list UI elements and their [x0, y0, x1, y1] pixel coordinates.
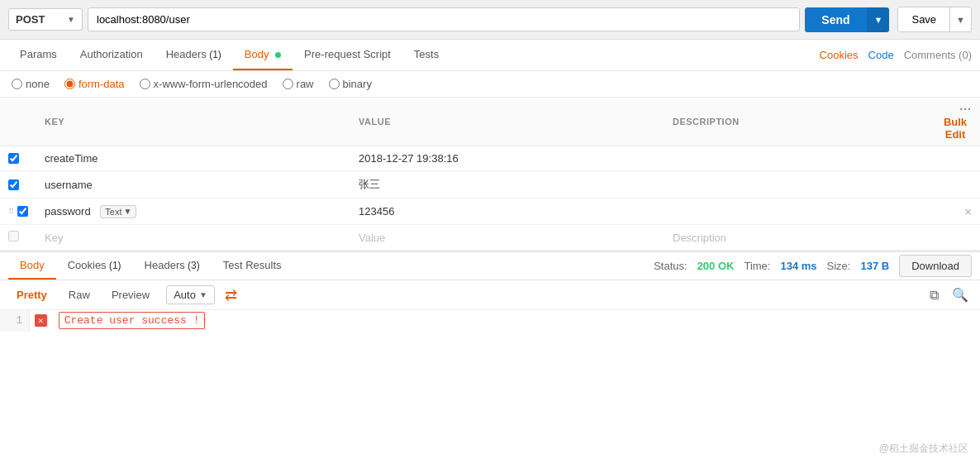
- tab-authorization[interactable]: Authorization: [69, 40, 155, 70]
- resp-tab-body[interactable]: Body: [8, 252, 56, 280]
- row-value[interactable]: 123456: [350, 199, 664, 225]
- row-value[interactable]: 张三: [350, 171, 664, 199]
- more-options-icon[interactable]: ···: [959, 103, 972, 116]
- response-section: Body Cookies (1) Headers (3) Test Result…: [0, 251, 980, 464]
- format-select[interactable]: Auto ▼: [166, 285, 215, 304]
- tab-pre-request-script[interactable]: Pre-request Script: [293, 40, 402, 70]
- send-button[interactable]: Send: [805, 7, 866, 32]
- watermark: @稻土掘金技术社区: [879, 442, 968, 456]
- row-key[interactable]: password Text ▼: [36, 199, 350, 225]
- body-type-raw[interactable]: raw: [283, 78, 314, 90]
- col-key-header: KEY: [36, 98, 350, 146]
- line-error-icon: ✕: [35, 314, 47, 327]
- method-label: POST: [16, 13, 45, 26]
- resp-view-preview[interactable]: Preview: [103, 285, 158, 304]
- body-active-dot: [275, 52, 281, 58]
- row-checkbox[interactable]: [8, 153, 19, 164]
- placeholder-checkbox: [8, 231, 19, 242]
- wrap-lines-icon[interactable]: ⇄: [225, 286, 237, 304]
- row-checkbox[interactable]: [8, 179, 19, 190]
- status-value: 200 OK: [697, 260, 735, 272]
- code-area-wrapper: 1 ✕ Create user success ! @稻土掘金技术社区: [0, 310, 980, 464]
- type-chevron-icon: ▼: [123, 207, 131, 216]
- col-action-header: ··· Bulk Edit: [930, 98, 980, 146]
- line-number: 1: [0, 310, 30, 332]
- method-select[interactable]: POST ▼: [8, 8, 83, 31]
- col-check-header: [0, 98, 36, 146]
- row-description[interactable]: [664, 146, 930, 171]
- placeholder-description[interactable]: Description: [664, 225, 930, 251]
- tab-headers[interactable]: Headers (1): [155, 40, 233, 70]
- comments-link[interactable]: Comments (0): [904, 49, 972, 61]
- resp-view-raw[interactable]: Raw: [60, 285, 98, 304]
- resp-tab-test-results[interactable]: Test Results: [212, 252, 293, 280]
- time-value: 134 ms: [780, 260, 816, 272]
- request-tabs: Params Authorization Headers (1) Body Pr…: [0, 40, 980, 71]
- tab-params[interactable]: Params: [8, 40, 69, 70]
- response-body-toolbar: Pretty Raw Preview Auto ▼ ⇄ ⧉ 🔍: [0, 280, 980, 310]
- size-label: Size:: [827, 260, 851, 272]
- row-checkbox[interactable]: [17, 206, 28, 217]
- send-button-group: Send ▼: [805, 7, 889, 32]
- save-dropdown-button[interactable]: ▼: [949, 7, 971, 31]
- row-close-icon[interactable]: ×: [964, 204, 972, 218]
- url-input[interactable]: [88, 7, 800, 31]
- col-desc-header: DESCRIPTION: [664, 98, 930, 146]
- response-tabs-bar: Body Cookies (1) Headers (3) Test Result…: [0, 251, 980, 280]
- placeholder-value[interactable]: Value: [350, 225, 664, 251]
- req-tab-right: Cookies Code Comments (0): [820, 49, 972, 61]
- save-button[interactable]: Save: [898, 7, 949, 31]
- auto-chevron-icon: ▼: [199, 290, 207, 299]
- time-label: Time:: [744, 260, 770, 272]
- request-section: Params Authorization Headers (1) Body Pr…: [0, 40, 980, 251]
- body-type-urlencoded[interactable]: x-www-form-urlencoded: [140, 78, 268, 90]
- response-text: Create user success !: [59, 312, 206, 329]
- row-key[interactable]: createTime: [36, 146, 350, 171]
- table-placeholder-row: Key Value Description: [0, 225, 980, 251]
- tab-body[interactable]: Body: [233, 40, 293, 70]
- placeholder-key[interactable]: Key: [36, 225, 350, 251]
- code-area: 1 ✕ Create user success !: [0, 310, 980, 426]
- status-label: Status:: [654, 260, 687, 272]
- size-value: 137 B: [860, 260, 889, 272]
- params-table: KEY VALUE DESCRIPTION ··· Bulk Edit: [0, 98, 980, 251]
- table-row: username 张三: [0, 171, 980, 199]
- type-badge[interactable]: Text ▼: [100, 205, 136, 218]
- code-line: 1 ✕ Create user success !: [0, 310, 980, 332]
- top-bar: POST ▼ Send ▼ Save ▼: [0, 0, 980, 40]
- response-status: Status: 200 OK Time: 134 ms Size: 137 B …: [654, 255, 972, 277]
- tab-tests[interactable]: Tests: [402, 40, 450, 70]
- resp-tab-cookies[interactable]: Cookies (1): [56, 252, 133, 280]
- send-dropdown-button[interactable]: ▼: [867, 7, 890, 32]
- body-type-form-data[interactable]: form-data: [64, 78, 125, 90]
- search-icon[interactable]: 🔍: [949, 285, 972, 304]
- table-row: createTime 2018-12-27 19:38:16: [0, 146, 980, 171]
- line-content: Create user success !: [52, 310, 212, 331]
- row-key[interactable]: username: [36, 171, 350, 199]
- resp-view-pretty[interactable]: Pretty: [8, 285, 55, 304]
- body-type-binary[interactable]: binary: [329, 78, 372, 90]
- drag-handle-icon[interactable]: ⠿: [8, 207, 14, 216]
- copy-icon[interactable]: ⧉: [926, 286, 942, 304]
- resp-action-icons: ⧉ 🔍: [926, 285, 972, 304]
- table-row: ⠿ password Text ▼ 123456: [0, 199, 980, 225]
- body-type-bar: none form-data x-www-form-urlencoded raw…: [0, 71, 980, 98]
- app-container: POST ▼ Send ▼ Save ▼ Params Authorizatio…: [0, 0, 980, 464]
- download-button[interactable]: Download: [899, 255, 972, 277]
- cookies-link[interactable]: Cookies: [820, 49, 859, 61]
- row-value[interactable]: 2018-12-27 19:38:16: [350, 146, 664, 171]
- resp-tab-headers[interactable]: Headers (3): [133, 252, 212, 280]
- save-button-group: Save ▼: [897, 7, 972, 32]
- col-value-header: VALUE: [350, 98, 664, 146]
- row-description[interactable]: [664, 171, 930, 199]
- body-type-none[interactable]: none: [12, 78, 50, 90]
- row-description[interactable]: [664, 199, 930, 225]
- bulk-edit-button[interactable]: Bulk Edit: [939, 116, 972, 141]
- method-chevron-icon: ▼: [67, 15, 75, 24]
- code-link[interactable]: Code: [868, 49, 894, 61]
